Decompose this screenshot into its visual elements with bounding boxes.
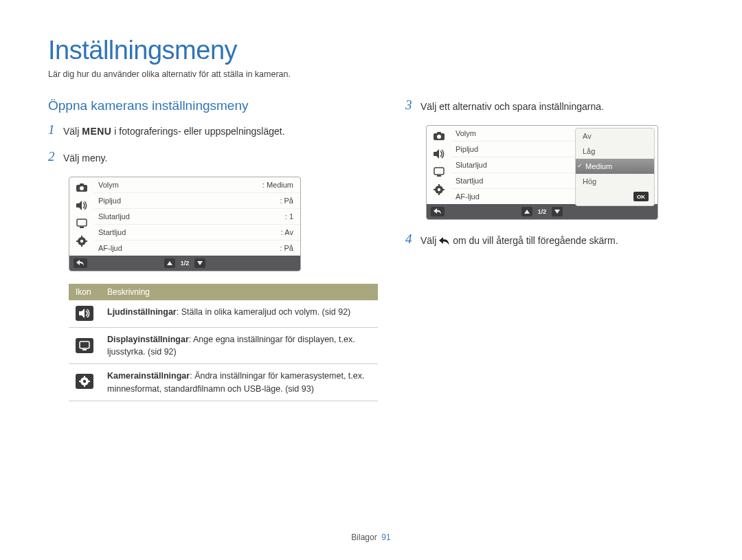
screen-footer: 1/2 (69, 256, 300, 271)
back-icon (74, 258, 87, 268)
page-indicator: 1/2 (535, 208, 550, 215)
row-value: 1 (285, 212, 293, 221)
page-title: Inställningsmeny (48, 36, 694, 65)
svg-marker-26 (434, 149, 439, 159)
page-footer: Bilagor 91 (0, 533, 742, 542)
option-item: Hög (576, 174, 654, 189)
row-label: Slutarljud (98, 212, 285, 221)
row-label: AF-ljud (98, 244, 280, 252)
gear-icon (76, 374, 93, 389)
table-row: Displayinställningar: Ange egna inställn… (69, 328, 378, 364)
camera-screen-menu: VolymMedium PipljudPå Slutarljud1 Startl… (69, 177, 301, 271)
menu-row: VolymMedium (94, 177, 300, 193)
chevron-down-icon (194, 258, 205, 268)
icon-description-table: Ikon Beskrivning Ljudinställningar: Stäl… (69, 284, 378, 401)
svg-rect-5 (80, 227, 84, 228)
step-text: Välj MENU i fotograferings- eller uppspe… (63, 123, 285, 139)
svg-marker-13 (197, 261, 203, 265)
option-panel: Av Låg Medium Hög OK (575, 128, 655, 206)
row-label: Pipljud (98, 197, 280, 205)
svg-point-7 (80, 240, 83, 243)
row-desc: : Ställa in olika kameraljud och volym. … (177, 307, 351, 317)
display-icon (431, 164, 447, 179)
svg-marker-3 (76, 201, 82, 210)
svg-point-18 (83, 380, 86, 383)
display-icon (74, 216, 89, 231)
svg-marker-35 (524, 210, 530, 214)
svg-rect-4 (77, 219, 87, 226)
svg-marker-14 (79, 309, 85, 318)
row-value: På (280, 197, 293, 205)
screen-tab-strip (69, 177, 94, 256)
left-column: Öppna kamerans inställningsmeny 1 Välj M… (48, 98, 378, 401)
step-4: 4 Välj om du vill återgå till föregående… (405, 232, 694, 248)
page-indicator: 1/2 (178, 260, 192, 267)
row-label: Volym (98, 181, 262, 189)
step-text: Välj ett alternativ och spara inställnin… (420, 98, 604, 114)
svg-point-25 (437, 135, 441, 139)
step-number: 2 (48, 150, 58, 163)
menu-row: PipljudPå (94, 193, 300, 209)
svg-marker-12 (167, 261, 172, 265)
svg-rect-31 (438, 184, 440, 186)
back-icon (431, 207, 445, 216)
footer-page-number: 91 (381, 533, 390, 542)
svg-rect-15 (80, 341, 89, 348)
step-2: 2 Välj meny. (48, 150, 378, 166)
option-item: Av (576, 128, 654, 144)
menu-label: MENU (82, 126, 111, 137)
table-head-desc: Beskrivning (100, 284, 378, 300)
footer-label: Bilagor (351, 533, 376, 542)
step-text: Välj meny. (63, 150, 107, 166)
chevron-down-icon (552, 207, 563, 216)
row-value: På (280, 244, 293, 252)
row-value: Medium (262, 181, 293, 189)
svg-rect-8 (81, 236, 82, 238)
back-icon-inline (439, 237, 450, 245)
svg-rect-19 (84, 376, 85, 378)
step1-post: i fotograferings- eller uppspelningsläge… (111, 126, 284, 137)
content-columns: Öppna kamerans inställningsmeny 1 Välj M… (48, 98, 694, 401)
display-icon (76, 338, 93, 353)
screen-list: VolymMedium PipljudPå Slutarljud1 Startl… (94, 177, 300, 256)
gear-icon (74, 234, 89, 249)
option-item: Låg (576, 144, 654, 159)
step-1: 1 Välj MENU i fotograferings- eller upps… (48, 123, 378, 139)
option-item-selected: Medium (576, 159, 654, 174)
screen-footer: 1/2 (427, 204, 657, 219)
sound-icon (74, 198, 89, 213)
section-heading: Öppna kamerans inställningsmeny (48, 98, 378, 113)
row-title: Kamerainställningar (107, 371, 190, 381)
menu-row: AF-ljudPå (94, 240, 300, 256)
menu-row: StartljudAv (94, 225, 300, 240)
svg-rect-33 (434, 189, 436, 190)
svg-rect-34 (442, 189, 445, 190)
row-label: Startljud (98, 228, 281, 236)
step-3: 3 Välj ett alternativ och spara inställn… (405, 98, 694, 114)
camera-icon (431, 128, 447, 144)
chevron-up-icon (521, 207, 532, 216)
svg-rect-11 (85, 240, 87, 242)
ok-button: OK (633, 192, 649, 201)
svg-rect-28 (437, 175, 441, 177)
svg-rect-24 (437, 132, 441, 134)
svg-rect-21 (79, 381, 81, 382)
svg-rect-22 (88, 381, 90, 382)
row-title: Displayinställningar (107, 335, 189, 344)
chevron-up-icon (164, 258, 175, 268)
svg-rect-27 (434, 168, 444, 175)
svg-rect-1 (80, 183, 84, 186)
sound-icon (431, 146, 447, 161)
table-row: Ljudinställningar: Ställa in olika kamer… (69, 300, 378, 328)
step4-pre: Välj (420, 235, 439, 246)
row-title: Ljudinställningar (107, 307, 177, 317)
step1-pre: Välj (63, 126, 82, 137)
gear-icon (431, 182, 447, 197)
svg-rect-10 (76, 240, 78, 242)
svg-rect-9 (81, 245, 82, 247)
row-value: Av (281, 228, 293, 236)
svg-point-30 (438, 188, 440, 191)
svg-point-2 (80, 186, 84, 190)
svg-rect-16 (82, 349, 87, 350)
step-text: Välj om du vill återgå till föregående s… (420, 232, 618, 248)
